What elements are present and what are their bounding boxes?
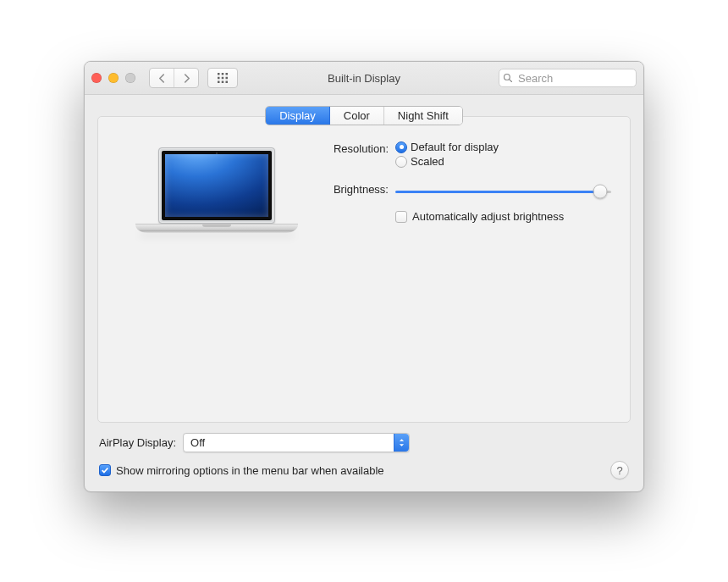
bottom-controls: AirPlay Display: Off Show mirroring opti… [97, 433, 631, 479]
svg-rect-0 [218, 73, 220, 75]
svg-point-9 [505, 75, 510, 80]
titlebar: Built-in Display [85, 62, 643, 95]
resolution-row: Resolution: Default for display Scaled [317, 141, 611, 169]
mirroring-checkbox[interactable]: Show mirroring options in the menu bar w… [99, 464, 384, 477]
window-body: Display Color Night Shift Resolution: [85, 95, 643, 491]
search-input[interactable] [499, 69, 637, 87]
radio-label: Default for display [411, 141, 499, 153]
display-settings: Resolution: Default for display Scaled [301, 141, 630, 422]
checkbox-icon [99, 464, 111, 476]
close-icon[interactable] [91, 73, 102, 83]
svg-line-10 [510, 80, 512, 82]
brightness-label: Brightness: [317, 181, 395, 196]
display-settings-panel: Resolution: Default for display Scaled [97, 116, 631, 423]
show-all-button[interactable] [207, 68, 238, 88]
radio-icon [395, 141, 407, 153]
select-stepper-icon [394, 434, 409, 452]
minimize-icon[interactable] [108, 73, 119, 83]
svg-rect-1 [222, 73, 224, 75]
nav-back-forward [149, 68, 199, 88]
airplay-select[interactable]: Off [183, 433, 410, 452]
brightness-slider[interactable] [395, 185, 611, 198]
svg-rect-4 [222, 77, 224, 80]
device-illustration [132, 147, 301, 422]
help-button[interactable]: ? [610, 461, 629, 479]
help-icon: ? [616, 464, 622, 477]
radio-label: Scaled [411, 155, 444, 168]
airplay-label: AirPlay Display: [99, 436, 176, 449]
tab-color[interactable]: Color [330, 107, 384, 125]
grid-icon [217, 72, 229, 84]
system-preferences-window: Built-in Display Display Color Night Shi… [84, 61, 644, 492]
checkbox-label: Show mirroring options in the menu bar w… [116, 464, 384, 477]
window-controls [91, 73, 135, 83]
search-icon [503, 73, 513, 83]
checkbox-label: Automatically adjust brightness [412, 210, 564, 223]
slider-thumb-icon[interactable] [593, 185, 608, 199]
svg-rect-6 [218, 81, 220, 84]
radio-icon [395, 156, 407, 168]
resolution-scaled-radio[interactable]: Scaled [395, 155, 611, 168]
zoom-icon[interactable] [125, 73, 135, 83]
resolution-label: Resolution: [317, 141, 395, 155]
svg-rect-7 [222, 81, 224, 84]
tab-display[interactable]: Display [266, 107, 330, 125]
brightness-row: Brightness: Automatically adjust brightn… [317, 181, 611, 223]
back-button[interactable] [150, 69, 174, 87]
svg-rect-5 [226, 77, 229, 80]
svg-rect-2 [226, 73, 229, 75]
footer-row: Show mirroring options in the menu bar w… [99, 461, 629, 479]
forward-button[interactable] [174, 69, 198, 87]
tab-night-shift[interactable]: Night Shift [384, 107, 462, 125]
svg-rect-8 [226, 81, 229, 84]
resolution-default-radio[interactable]: Default for display [395, 141, 611, 153]
checkbox-icon [395, 211, 407, 223]
airplay-value: Off [190, 436, 205, 449]
svg-rect-3 [218, 77, 220, 80]
airplay-row: AirPlay Display: Off [99, 433, 629, 452]
auto-brightness-checkbox[interactable]: Automatically adjust brightness [395, 210, 611, 223]
tab-bar: Display Color Night Shift [97, 106, 631, 125]
search-field-wrap [499, 69, 637, 87]
